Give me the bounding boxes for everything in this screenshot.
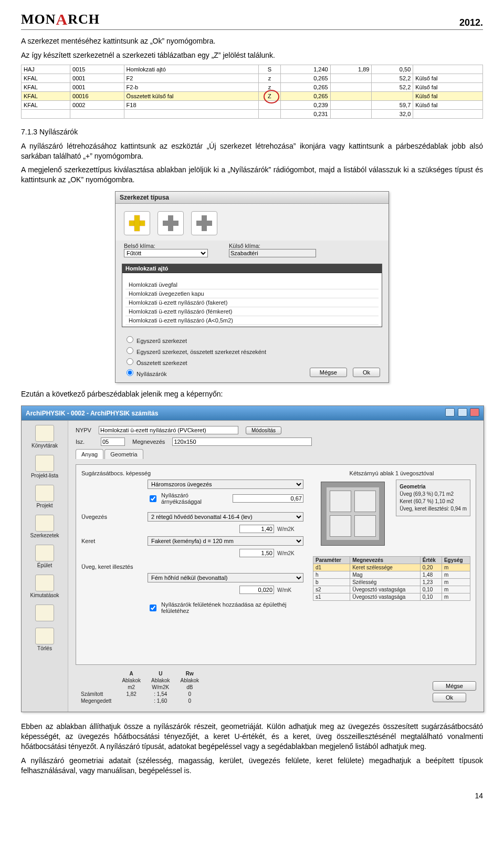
table-row: Megengedett: 1,600 (76, 697, 204, 704)
type-list[interactable]: Homlokzati ajtó Homlokzati üvegfalHomlok… (122, 264, 382, 327)
calc-table: AURw AblakokAblakokAblakok m2W/m2KdB Szá… (76, 670, 204, 704)
tab-geometria[interactable]: Geometria (104, 449, 143, 459)
max-icon[interactable] (458, 408, 467, 416)
table-row: HAJ0015Homlokzati ajtóS1,2401,890,50 (22, 65, 483, 74)
table-row[interactable]: d1Keret szélessége0,20m (313, 564, 470, 571)
sidebar-item[interactable]: Törlés (24, 628, 66, 651)
sidebar-item[interactable]: Kimutatások (24, 575, 66, 598)
unit-wm2k-2: W/m2K (277, 550, 303, 556)
list-item[interactable]: Homlokzati ü-ezett nyílászáró (A<0,5m2) (125, 316, 379, 325)
sidebar-icon (35, 425, 54, 442)
radio-option[interactable]: Egyszerű szerkezet, összetett szerkezet … (124, 346, 266, 355)
ill-select[interactable]: Fém hőhíd nélkül (bevonattal) (148, 573, 303, 582)
dlg1-ok-button[interactable]: Ok (353, 368, 380, 377)
kulso-label: Külső klíma: (229, 243, 287, 249)
glazing-select[interactable]: Háromszoros üvegezés (148, 480, 303, 489)
min-icon[interactable] (445, 408, 455, 416)
modify-button[interactable]: Módosítás (246, 426, 281, 434)
structure-table: HAJ0015Homlokzati ajtóS1,2401,890,50KFAL… (21, 65, 483, 119)
keret-u[interactable] (239, 549, 274, 557)
sidebar-label: Könyvtárak (32, 443, 58, 449)
shading-checkbox[interactable] (150, 495, 156, 502)
radio-option[interactable]: Nyílászárók (124, 368, 266, 377)
window-diagram (321, 482, 385, 546)
add-surface-label: Nyílászárók felületének hozzáadása az ép… (161, 601, 303, 614)
megnev-field[interactable] (172, 438, 312, 446)
intro-p2: Az így készített szerkezetnél a szerkeze… (21, 50, 483, 60)
sidebar-icon (35, 485, 54, 502)
logo-pre: MON (21, 12, 56, 27)
list-item[interactable]: Homlokzati üvegfal (125, 280, 379, 289)
uveg-label: Üvegezés (81, 514, 144, 520)
table-row: KFAL0002F180,23959,7Külső fal (22, 100, 483, 109)
table-row: KFAL0001F2z0,26552,2Külső fal (22, 74, 483, 82)
radio-option[interactable]: Egyszerű szerkezet (124, 335, 266, 344)
sidebar-item[interactable]: Szerkezetek (24, 515, 66, 538)
outro-p2: A nyílászáró geometriai adatait (széless… (21, 756, 483, 776)
logo: MONARCH (21, 11, 100, 28)
tab-anyag[interactable]: Anyag (76, 449, 103, 459)
uveg-select[interactable]: 2 rétegű hővédő bevonattal 4-16-4 (lev) (148, 512, 303, 522)
sidebar-item[interactable]: Épület (24, 545, 66, 568)
unit-wm2k-1: W/m2K (277, 526, 303, 532)
list-item[interactable]: Homlokzati ü-ezett nyílászáró (fakeret) (125, 298, 379, 307)
sidebar-icon (35, 628, 54, 644)
radio-option[interactable]: Összetett szerkezet (124, 357, 266, 366)
window-subtitle: Kétszárnyú ablak 1 üvegosztóval (313, 470, 470, 476)
sidebar-label: Törlés (37, 645, 52, 651)
bottom-row: AURw AblakokAblakokAblakok m2W/m2KdB Szá… (76, 670, 476, 704)
sidebar-icon (35, 605, 54, 621)
panel-left: Sugárzásátbocs. képesség Háromszoros üve… (81, 470, 303, 659)
unit-wmk: W/mK (277, 587, 303, 593)
sidebar-label: Projekt (36, 503, 52, 508)
belso-select[interactable]: Fűtött (124, 249, 208, 257)
table-row[interactable]: s1Üvegosztó vastagsága0,10m (313, 593, 470, 601)
ill-label: Üveg, keret illesztés (81, 564, 303, 570)
icon-type-1[interactable] (124, 211, 150, 235)
table-row[interactable]: s2Üvegosztó vastagsága0,10m (313, 586, 470, 593)
radio-and-buttons: Egyszerű szerkezet Egyszerű szerkezet, ö… (116, 331, 388, 382)
add-surface-checkbox[interactable] (150, 605, 156, 611)
sidebar-item[interactable]: Projekt (24, 485, 66, 508)
type-val[interactable] (99, 426, 238, 434)
list-item[interactable]: Homlokzati üvegezetlen kapu (125, 289, 379, 298)
sidebar-label: Projekt-lista (31, 473, 58, 478)
structure-type-dialog: Szerkezet típusa Belső klíma: Fűtött Kül… (115, 191, 389, 383)
dlg2-cancel-button[interactable]: Mégse (433, 681, 476, 691)
sidebar-item[interactable]: Projekt-lista (24, 455, 66, 478)
year-label: 2012. (459, 17, 483, 28)
dlg2-ok-button[interactable]: Ok (433, 693, 466, 702)
sidebar-item[interactable]: Könyvtárak (24, 425, 66, 449)
isz-field[interactable] (101, 438, 125, 446)
group-label: Sugárzásátbocs. képesség (81, 470, 303, 476)
table-row[interactable]: bSzélesség1,23m (313, 579, 470, 586)
sidebar-label: Épület (37, 563, 52, 568)
keret-label: Keret (81, 538, 144, 544)
uveg-u[interactable] (239, 525, 274, 533)
sidebar-label: Kimutatások (30, 592, 59, 598)
dlg2-title: ArchiPHYSIK - 0002 - ArchiPHYSIK számítá… (26, 410, 158, 417)
table-row[interactable]: hMag1,48m (313, 571, 470, 579)
close-icon[interactable] (470, 408, 479, 416)
list-item[interactable]: Homlokzati ü-ezett nyílászáró (fémkeret) (125, 307, 379, 316)
sidebar-item[interactable] (24, 605, 66, 621)
ill-u[interactable] (239, 586, 274, 594)
dlg1-cancel-button[interactable]: Mégse (310, 368, 347, 377)
table-row: Számított1,82: 1,540 (76, 691, 204, 697)
icon-type-3[interactable] (191, 211, 217, 235)
type-code-label: NYPV (76, 427, 91, 433)
icon-type-2[interactable] (158, 211, 184, 235)
keret-select[interactable]: Fakeret (keményfa) d = 120 mm (148, 536, 303, 546)
sidebar-icon (35, 455, 54, 472)
climate-row: Belső klíma: Fűtött Külső klíma: (116, 241, 388, 259)
intro-p1: A szerkezet mentéséhez kattintsunk az „O… (21, 36, 483, 46)
outro-p1: Ebben az ablakban állíthatjuk össze a ny… (21, 722, 483, 752)
section-p1: A nyílászáró létrehozásához kattintsunk … (21, 141, 483, 161)
shading-val[interactable] (233, 494, 304, 503)
anyag-panel: Sugárzásátbocs. képesség Háromszoros üve… (76, 464, 476, 665)
dlg2-sidebar: KönyvtárakProjekt-listaProjektSzerkezete… (22, 421, 68, 712)
table-row: KFAL00016Összetett külső falZ0,265Külső … (22, 91, 483, 100)
type-list-header[interactable]: Homlokzati ajtó (122, 264, 382, 273)
dlg2-main: NYPV Módosítás Isz. Megnevezés Anyag Geo… (68, 421, 484, 712)
window-buttons (444, 408, 479, 418)
